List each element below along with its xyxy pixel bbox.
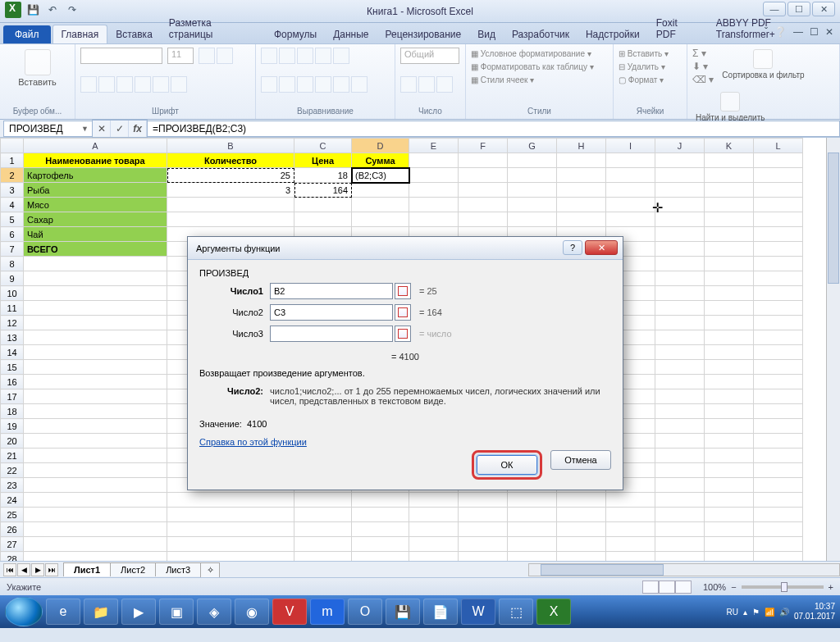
cell-1-D[interactable]: Сумма [352,153,409,168]
cell-26-E[interactable] [409,522,459,537]
indent-inc-icon[interactable] [333,76,349,93]
cell-27-H[interactable] [557,537,606,552]
cell-28-F[interactable] [459,552,508,562]
cell-20-L[interactable] [754,434,803,448]
cell-5-J[interactable] [655,212,705,227]
row-header-8[interactable]: 8 [1,257,24,271]
cell-28-D[interactable] [352,552,409,562]
taskbar-opera-icon[interactable]: O [348,599,382,625]
col-header-D[interactable]: D [352,139,409,153]
font-color-icon[interactable] [171,76,187,93]
cell-4-D[interactable] [352,198,409,212]
insert-cells-button[interactable]: ⊞ Вставить ▾ [619,48,682,61]
cell-27-B[interactable] [167,537,294,552]
tab-formulas[interactable]: Формулы [266,25,325,43]
cell-22-L[interactable] [754,463,803,478]
cell-27-F[interactable] [459,537,508,552]
dialog-close-button[interactable]: ✕ [585,240,618,255]
cell-26-F[interactable] [459,522,508,537]
col-header-F[interactable]: F [459,139,508,153]
formula-input[interactable]: =ПРОИЗВЕД(B2;C3) [148,121,840,137]
arg1-collapse-button[interactable] [395,283,411,299]
row-header-28[interactable]: 28 [1,552,24,562]
cell-25-F[interactable] [459,508,508,522]
cell-7-L[interactable] [754,242,803,257]
cell-16-L[interactable] [754,375,803,389]
col-header-L[interactable]: L [754,139,803,153]
cell-22-K[interactable] [705,463,754,478]
cell-21-L[interactable] [754,448,803,463]
cell-2-C[interactable]: 18 [294,168,352,183]
row-header-25[interactable]: 25 [1,508,24,522]
tray-flag-icon[interactable]: ▴ [743,608,747,617]
cell-25-J[interactable] [655,508,705,522]
name-box[interactable]: ПРОИЗВЕД▼ [3,121,92,137]
col-header-I[interactable]: I [606,139,655,153]
cell-9-L[interactable] [754,271,803,286]
cell-3-J[interactable] [655,183,705,198]
cell-styles-button[interactable]: ▦ Стили ячеек ▾ [471,74,608,87]
cell-27-J[interactable] [655,537,705,552]
row-header-16[interactable]: 16 [1,375,24,389]
col-header-E[interactable]: E [409,139,459,153]
cell-27-L[interactable] [754,537,803,552]
cell-24-C[interactable] [294,493,352,508]
cell-28-B[interactable] [167,552,294,562]
doc-restore-icon[interactable]: ☐ [810,26,819,38]
cell-11-L[interactable] [754,301,803,316]
cell-3-D[interactable] [352,183,409,198]
cell-26-J[interactable] [655,522,705,537]
col-header-C[interactable]: C [294,139,352,153]
row-header-3[interactable]: 3 [1,183,24,198]
cell-3-E[interactable] [409,183,459,198]
cell-18-L[interactable] [754,404,803,419]
cell-25-A[interactable] [24,508,167,522]
cell-1-E[interactable] [409,153,459,168]
cell-21-A[interactable] [24,448,167,463]
cell-25-L[interactable] [754,508,803,522]
cell-23-K[interactable] [705,478,754,493]
cancel-button[interactable]: Отмена [550,450,611,470]
sheet-nav-next[interactable]: ▶ [31,563,44,576]
italic-icon[interactable] [98,76,115,93]
col-header-B[interactable]: B [167,139,294,153]
tab-addins[interactable]: Надстройки [578,25,648,43]
row-header-22[interactable]: 22 [1,463,24,478]
row-header-4[interactable]: 4 [1,198,24,212]
cell-26-H[interactable] [557,522,606,537]
cell-6-A[interactable]: Чай [24,227,167,242]
cell-11-J[interactable] [655,301,705,316]
cell-5-B[interactable] [167,212,294,227]
cell-1-B[interactable]: Количество [167,153,294,168]
zoom-out-button[interactable]: − [731,582,736,592]
cell-4-F[interactable] [459,198,508,212]
cell-5-D[interactable] [352,212,409,227]
row-header-10[interactable]: 10 [1,286,24,301]
row-header-9[interactable]: 9 [1,271,24,286]
cell-10-K[interactable] [705,286,754,301]
cell-26-L[interactable] [754,522,803,537]
tab-home[interactable]: Главная [52,25,108,43]
cell-27-A[interactable] [24,537,167,552]
cell-20-A[interactable] [24,434,167,448]
cell-1-H[interactable] [557,153,606,168]
zoom-slider[interactable] [742,585,824,589]
cell-27-E[interactable] [409,537,459,552]
horizontal-scrollbar[interactable] [528,563,840,576]
cell-9-J[interactable] [655,271,705,286]
cell-4-K[interactable] [705,198,754,212]
align-mid-icon[interactable] [279,48,295,64]
cell-25-C[interactable] [294,508,352,522]
cell-24-D[interactable] [352,493,409,508]
taskbar-save-icon[interactable]: 💾 [386,599,420,625]
cell-3-H[interactable] [557,183,606,198]
cell-10-J[interactable] [655,286,705,301]
ribbon-minimize-icon[interactable]: ˇ [765,26,768,38]
taskbar-vivaldi-icon[interactable]: V [272,599,307,625]
zoom-in-button[interactable]: + [829,582,833,592]
cancel-formula-button[interactable]: ✕ [93,121,111,137]
cell-4-L[interactable] [754,198,803,212]
tray-action-icon[interactable]: ⚑ [752,608,760,617]
cell-1-A[interactable]: Наименование товара [24,153,167,168]
cell-4-C[interactable] [294,198,352,212]
